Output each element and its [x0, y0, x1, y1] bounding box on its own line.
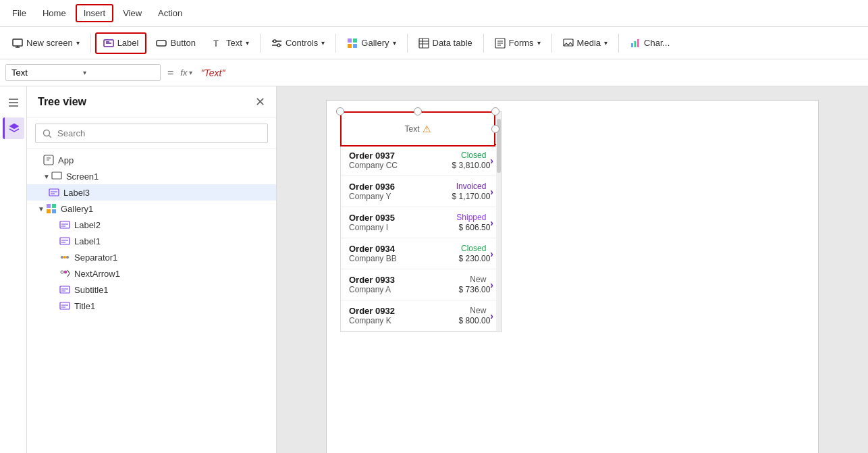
chart-button[interactable]: Char... — [623, 34, 676, 53]
svg-rect-15 — [637, 39, 639, 47]
gallery-order-0933: Order 0933 — [349, 275, 459, 285]
handle-tl[interactable] — [336, 107, 344, 115]
svg-rect-14 — [634, 41, 636, 47]
menu-insert[interactable]: Insert — [76, 4, 114, 22]
svg-rect-6 — [348, 38, 352, 43]
search-input[interactable] — [57, 128, 261, 138]
gallery-company-0933: Company A — [349, 285, 459, 294]
controls-button[interactable]: Controls ▾ — [265, 34, 331, 53]
app-icon — [43, 155, 54, 165]
text-icon: T — [212, 38, 223, 49]
svg-rect-25 — [60, 238, 70, 244]
gallery-button[interactable]: Gallery ▾ — [340, 34, 402, 53]
gallery-scrollbar-track[interactable] — [496, 112, 501, 331]
handle-mr[interactable] — [491, 125, 499, 133]
tree-item-title1[interactable]: Title1 — [27, 298, 276, 314]
layers-button[interactable] — [3, 117, 24, 139]
gallery-amount-0937: $ 3,810.00 — [452, 161, 491, 170]
gallery-company-0934: Company BB — [349, 254, 459, 263]
screen1-collapse[interactable]: ▼ — [43, 173, 50, 180]
handle-tr[interactable] — [491, 107, 499, 115]
hamburger-menu-button[interactable] — [3, 92, 24, 113]
left-icons-panel — [0, 86, 27, 453]
svg-rect-24 — [60, 221, 70, 228]
svg-rect-23 — [52, 209, 56, 213]
formula-selector[interactable]: Text ▾ — [5, 64, 161, 81]
tree-gallery1-label: Gallery1 — [61, 204, 271, 214]
svg-rect-0 — [13, 39, 22, 46]
tree-item-label1[interactable]: Label1 — [27, 233, 276, 249]
handle-tc[interactable] — [414, 107, 422, 115]
tree-item-label3[interactable]: Label3 — [27, 184, 276, 201]
tree-item-gallery1[interactable]: ▼ Gallery1 — [27, 201, 276, 217]
gallery-chevron: ▾ — [393, 39, 396, 47]
menu-file[interactable]: File — [5, 5, 33, 21]
data-table-icon — [418, 38, 429, 49]
text-button[interactable]: T Text ▾ — [205, 34, 256, 53]
gallery-arrow-0936[interactable]: › — [490, 186, 493, 197]
gallery-arrow-0933[interactable]: › — [490, 279, 493, 290]
search-input-wrap[interactable] — [35, 124, 268, 143]
gallery-row-0935[interactable]: Order 0935 Company I Shipped $ 606.50 › — [341, 207, 501, 238]
gallery-status-0934: Closed — [461, 244, 486, 253]
label-button[interactable]: Label — [95, 32, 147, 54]
svg-point-28 — [66, 256, 69, 259]
menu-view[interactable]: View — [116, 5, 148, 21]
svg-rect-19 — [49, 189, 59, 196]
new-screen-button[interactable]: New screen ▾ — [5, 34, 86, 53]
new-screen-chevron: ▾ — [76, 39, 80, 47]
svg-rect-32 — [60, 302, 70, 309]
svg-point-4 — [273, 40, 276, 43]
tree-item-app[interactable]: App — [27, 152, 276, 168]
toolbar-sep-7 — [618, 34, 619, 53]
tree-item-label2[interactable]: Label2 — [27, 217, 276, 233]
gallery1-collapse[interactable]: ▼ — [38, 205, 45, 213]
title1-icon — [59, 300, 70, 311]
gallery-company-0936: Company Y — [349, 192, 452, 201]
main-content: Tree view ✕ App — [0, 86, 868, 453]
canvas-frame: Text ⚠ Order 0938 Company F — [326, 100, 819, 453]
tree-item-screen1[interactable]: ▼ Screen1 — [27, 168, 276, 184]
gallery-icon — [347, 38, 358, 49]
sidebar-search — [27, 118, 276, 149]
gallery-row-0937[interactable]: Order 0937 Company CC Closed $ 3,810.00 … — [341, 145, 501, 176]
controls-chevron: ▾ — [321, 39, 325, 47]
gallery-arrow-0935[interactable]: › — [490, 217, 493, 228]
gallery-row-0934[interactable]: Order 0934 Company BB Closed $ 230.00 › — [341, 238, 501, 269]
tree-label2-label: Label2 — [74, 220, 271, 230]
media-button[interactable]: Media ▾ — [556, 34, 614, 53]
text-chevron: ▾ — [246, 39, 249, 47]
svg-rect-8 — [348, 44, 352, 48]
screen-icon — [51, 171, 62, 182]
menu-action[interactable]: Action — [151, 5, 189, 21]
tree-item-separator1[interactable]: Separator1 — [27, 249, 276, 265]
formula-selector-value: Text — [11, 68, 83, 78]
new-screen-icon — [12, 38, 23, 49]
svg-rect-22 — [47, 209, 51, 213]
tree-screen1-label: Screen1 — [66, 171, 271, 182]
menu-home[interactable]: Home — [36, 5, 73, 21]
gallery-arrow-0934[interactable]: › — [490, 248, 493, 259]
gallery-row-0936[interactable]: Order 0936 Company Y Invoiced $ 1,170.00… — [341, 176, 501, 207]
tree-subtitle1-label: Subtitle1 — [74, 285, 271, 295]
gallery-row-0932[interactable]: Order 0932 Company K New $ 800.00 › — [341, 300, 501, 331]
gallery-company-0935: Company I — [349, 223, 456, 232]
sidebar-close-button[interactable]: ✕ — [255, 95, 265, 109]
gallery-row-0933[interactable]: Order 0933 Company A New $ 736.00 › — [341, 269, 501, 300]
search-icon — [43, 129, 52, 138]
forms-button[interactable]: Forms ▾ — [488, 34, 547, 53]
gallery-arrow-0932[interactable]: › — [490, 311, 493, 321]
gallery-arrow-0937[interactable]: › — [490, 155, 493, 166]
tree-item-nextarrow1[interactable]: NextArrow1 — [27, 265, 276, 282]
data-table-button[interactable]: Data table — [412, 34, 479, 53]
button-button[interactable]: Button — [149, 34, 202, 53]
hamburger-icon — [7, 97, 20, 109]
media-chevron: ▾ — [604, 39, 607, 47]
selected-label-widget[interactable]: Text ⚠ — [340, 111, 495, 146]
svg-point-5 — [277, 44, 280, 47]
formula-selector-chevron: ▾ — [83, 69, 155, 76]
tree-view: App ▼ Screen1 Label3 ▼ — [27, 149, 276, 453]
tree-item-subtitle1[interactable]: Subtitle1 — [27, 282, 276, 298]
chart-icon — [630, 38, 641, 49]
gallery-amount-0933: $ 736.00 — [459, 285, 491, 294]
